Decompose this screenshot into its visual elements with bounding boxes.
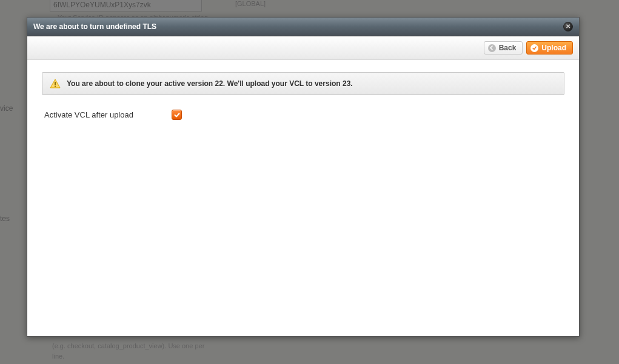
- activate-row: Activate VCL after upload: [42, 108, 564, 121]
- modal-header: We are about to turn undefined TLS ✕: [27, 18, 579, 36]
- back-arrow-icon: [488, 44, 496, 52]
- notice-text: You are about to clone your active versi…: [67, 79, 353, 88]
- warning-icon: [50, 79, 61, 88]
- back-button[interactable]: Back: [484, 41, 523, 55]
- checkmark-icon: [173, 111, 181, 119]
- svg-rect-0: [55, 82, 56, 85]
- svg-rect-1: [55, 86, 56, 87]
- activate-checkbox[interactable]: [172, 110, 182, 120]
- notice-banner: You are about to clone your active versi…: [42, 72, 564, 95]
- modal-toolbar: Back Upload: [27, 36, 579, 60]
- activate-label: Activate VCL after upload: [44, 110, 161, 119]
- check-icon: [530, 44, 538, 52]
- modal-body: You are about to clone your active versi…: [27, 60, 579, 336]
- close-button[interactable]: ✕: [563, 22, 573, 31]
- upload-button[interactable]: Upload: [526, 41, 573, 55]
- back-button-label: Back: [499, 44, 517, 52]
- close-icon: ✕: [566, 24, 570, 30]
- modal-dialog: We are about to turn undefined TLS ✕ Bac…: [27, 17, 580, 337]
- upload-button-label: Upload: [541, 44, 566, 52]
- modal-title: We are about to turn undefined TLS: [33, 22, 156, 31]
